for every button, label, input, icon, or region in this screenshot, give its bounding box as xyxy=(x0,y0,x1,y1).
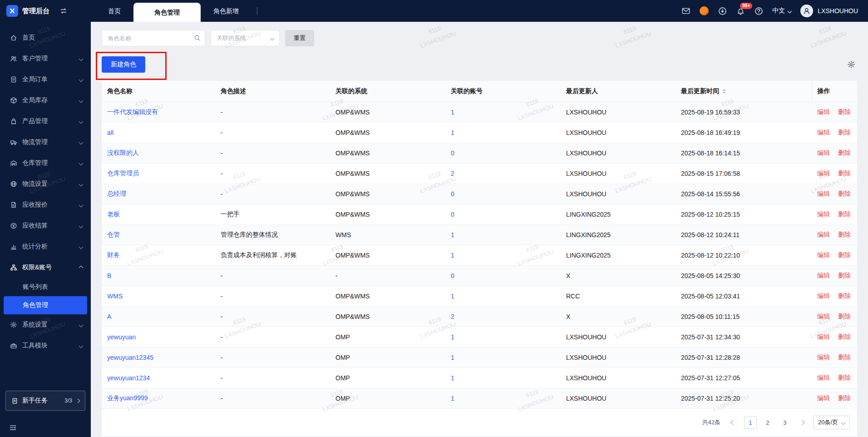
switch-system-icon[interactable] xyxy=(60,7,67,15)
delete-link[interactable]: 删除 xyxy=(838,210,851,218)
edit-link[interactable]: 编辑 xyxy=(817,394,830,402)
edit-link[interactable]: 编辑 xyxy=(817,374,830,381)
sidebar-item-home[interactable]: 首页 xyxy=(0,27,91,48)
edit-link[interactable]: 编辑 xyxy=(817,353,830,361)
role-accounts-link[interactable]: 1 xyxy=(451,293,454,300)
create-role-button[interactable]: 新建角色 xyxy=(102,56,145,73)
tab-role-create[interactable]: 角色新增 xyxy=(201,0,252,22)
sidebar-item-customer-management[interactable]: 客户管理 xyxy=(0,48,91,69)
beginner-task[interactable]: 新手任务 3/3 xyxy=(5,391,85,411)
role-accounts-link[interactable]: 0 xyxy=(451,190,454,198)
sidebar-item-logistics-settings[interactable]: 物流设置 xyxy=(0,174,91,194)
sidebar-item-receivable-settlement[interactable]: 应收结算 xyxy=(0,215,91,236)
sort-desc-icon[interactable] xyxy=(722,92,726,94)
role-accounts-link[interactable]: 1 xyxy=(451,252,454,259)
edit-link[interactable]: 编辑 xyxy=(817,251,830,258)
delete-link[interactable]: 删除 xyxy=(838,353,851,361)
sidebar-item-system-settings[interactable]: 系统设置 xyxy=(0,314,91,335)
sidebar-item-permissions-accounts[interactable]: 权限&账号 xyxy=(0,257,91,278)
delete-link[interactable]: 删除 xyxy=(838,169,851,177)
role-accounts-link[interactable]: 0 xyxy=(451,211,454,218)
role-name-link[interactable]: 一件代发编辑没有 xyxy=(107,108,158,115)
edit-link[interactable]: 编辑 xyxy=(817,210,830,218)
username[interactable]: LXSHOUHOU xyxy=(818,7,858,15)
column-settings-gear-icon[interactable] xyxy=(847,60,855,69)
search-icon[interactable] xyxy=(194,35,201,41)
sort-icons[interactable] xyxy=(722,89,726,94)
role-accounts-link[interactable]: 1 xyxy=(451,395,454,402)
delete-link[interactable]: 删除 xyxy=(838,292,851,299)
next-page-icon[interactable] xyxy=(796,416,809,429)
role-accounts-link[interactable]: 2 xyxy=(451,170,454,177)
download-icon[interactable] xyxy=(718,6,727,15)
role-name-link[interactable]: yewuyuan1234 xyxy=(107,374,150,382)
page-button-3[interactable]: 3 xyxy=(779,416,791,429)
delete-link[interactable]: 删除 xyxy=(838,251,851,258)
role-name-link[interactable]: 业务yuan9999 xyxy=(107,394,148,402)
role-name-input[interactable] xyxy=(102,30,205,46)
edit-link[interactable]: 编辑 xyxy=(817,292,830,299)
role-name-link[interactable]: all xyxy=(107,129,113,136)
tab-role-management[interactable]: 角色管理 xyxy=(133,3,201,22)
help-icon[interactable] xyxy=(754,6,763,15)
role-accounts-link[interactable]: 1 xyxy=(451,109,454,116)
page-size-select[interactable]: 20条/页 xyxy=(813,416,850,429)
tab-home[interactable]: 首页 xyxy=(95,0,133,22)
delete-link[interactable]: 删除 xyxy=(838,394,851,402)
role-name-link[interactable]: A xyxy=(107,313,111,320)
edit-link[interactable]: 编辑 xyxy=(817,272,830,279)
sidebar-item-tool-modules[interactable]: 工具模块 xyxy=(0,335,91,356)
delete-link[interactable]: 删除 xyxy=(838,374,851,381)
delete-link[interactable]: 删除 xyxy=(838,333,851,340)
delete-link[interactable]: 删除 xyxy=(838,272,851,279)
role-accounts-link[interactable]: 1 xyxy=(451,129,454,136)
sort-asc-icon[interactable] xyxy=(722,89,726,91)
role-name-link[interactable]: 没权限的人 xyxy=(107,149,139,156)
reset-button[interactable]: 重置 xyxy=(285,30,314,46)
role-name-link[interactable]: B xyxy=(107,272,111,279)
role-name-link[interactable]: yewuyuan xyxy=(107,333,136,341)
role-name-link[interactable]: 总经理 xyxy=(107,190,126,197)
delete-link[interactable]: 删除 xyxy=(838,231,851,238)
role-accounts-link[interactable]: 2 xyxy=(451,313,454,320)
role-name-link[interactable]: yewuyuan12345 xyxy=(107,354,153,361)
delete-link[interactable]: 删除 xyxy=(838,190,851,197)
notification-bell-icon[interactable]: 99+ xyxy=(736,6,745,15)
role-name-link[interactable]: 财务 xyxy=(107,251,120,258)
role-name-link[interactable]: 仓库管理员 xyxy=(107,169,139,177)
edit-link[interactable]: 编辑 xyxy=(817,129,830,136)
sidebar-item-product-management[interactable]: 产品管理 xyxy=(0,111,91,132)
role-accounts-link[interactable]: 1 xyxy=(451,374,454,382)
sidebar-item-logistics-management[interactable]: 物流管理 xyxy=(0,132,91,153)
edit-link[interactable]: 编辑 xyxy=(817,108,830,115)
edit-link[interactable]: 编辑 xyxy=(817,169,830,177)
page-button-1[interactable]: 1 xyxy=(744,416,757,429)
mail-icon[interactable] xyxy=(681,6,690,15)
role-accounts-link[interactable]: 1 xyxy=(451,231,454,238)
related-system-select[interactable]: 关联的系统 xyxy=(211,30,280,46)
delete-link[interactable]: 删除 xyxy=(838,313,851,320)
sidebar-item-receivable-quote[interactable]: 应收报价 xyxy=(0,194,91,215)
sidebar-item-warehouse-management[interactable]: 仓库管理 xyxy=(0,153,91,174)
sidebar-item-global-orders[interactable]: 全局订单 xyxy=(0,69,91,90)
sidebar-item-statistics[interactable]: 统计分析 xyxy=(0,236,91,257)
prev-page-icon[interactable] xyxy=(727,416,740,429)
edit-link[interactable]: 编辑 xyxy=(817,313,830,320)
role-name-link[interactable]: 老板 xyxy=(107,210,120,218)
role-accounts-link[interactable]: 0 xyxy=(451,272,454,279)
role-accounts-link[interactable]: 0 xyxy=(451,149,454,157)
page-button-2[interactable]: 2 xyxy=(761,416,774,429)
role-accounts-link[interactable]: 1 xyxy=(451,354,454,361)
delete-link[interactable]: 删除 xyxy=(838,149,851,156)
sidebar-item-role-management[interactable]: 角色管理 xyxy=(4,296,87,314)
sidebar-item-global-inventory[interactable]: 全局库存 xyxy=(0,90,91,111)
delete-link[interactable]: 删除 xyxy=(838,108,851,115)
app-logo-icon[interactable] xyxy=(6,5,18,17)
role-name-link[interactable]: WMS xyxy=(107,293,123,300)
avatar[interactable] xyxy=(800,5,813,17)
edit-link[interactable]: 编辑 xyxy=(817,333,830,340)
collapse-sidebar-icon[interactable] xyxy=(9,424,17,432)
edit-link[interactable]: 编辑 xyxy=(817,190,830,197)
delete-link[interactable]: 删除 xyxy=(838,129,851,136)
promo-icon[interactable] xyxy=(700,6,709,15)
